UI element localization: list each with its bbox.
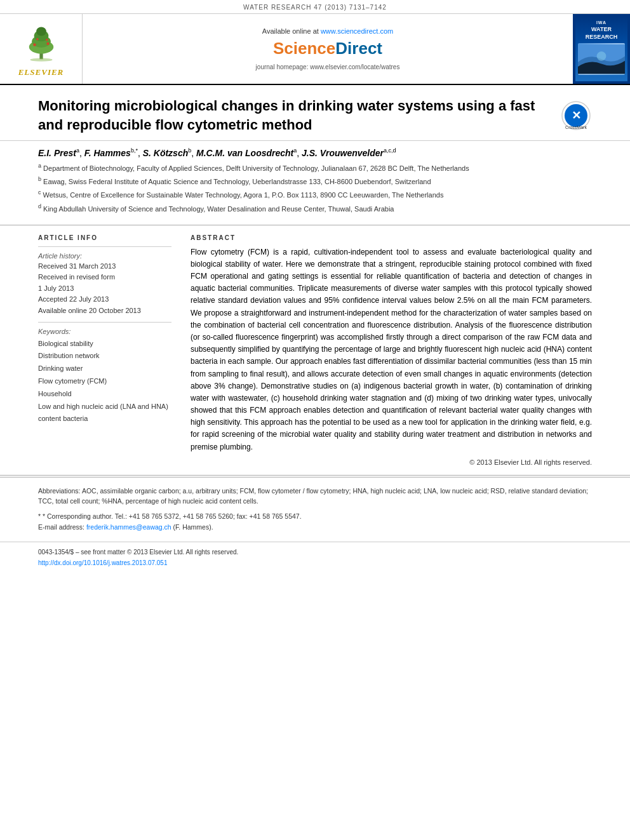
email-line: E-mail address: frederik.hammes@eawag.ch… (38, 522, 592, 533)
authors-section: E.I. Presta, F. Hammesb,*, S. Kötzschb, … (0, 141, 630, 219)
email-label: E-mail address: (38, 523, 84, 531)
keywords-label: Keywords: (38, 328, 171, 335)
svg-text:CrossMark: CrossMark (565, 125, 587, 130)
journal-info-bar: WATER RESEARCH 47 (2013) 7131–7142 (0, 0, 630, 14)
svg-point-4 (36, 27, 46, 36)
svg-point-9 (30, 58, 52, 62)
cover-inner: IWA WATER RESEARCH (575, 17, 627, 81)
water-research-cover: IWA WATER RESEARCH (573, 14, 630, 84)
author-vanloosdrecht: M.C.M. van Loosdrecht (196, 148, 293, 158)
sciencedirect-url[interactable]: www.sciencedirect.com (321, 27, 393, 35)
svg-point-5 (33, 43, 36, 46)
article-info-heading: ARTICLE INFO (38, 234, 171, 241)
corresponding-star: * (38, 512, 43, 520)
article-info-column: ARTICLE INFO Article history: Received 3… (38, 234, 171, 466)
affiliation-c: c Wetsus, Centre of Excellence for Susta… (38, 189, 592, 200)
doi-link[interactable]: http://dx.doi.org/10.1016/j.watres.2013.… (38, 559, 167, 566)
svg-point-11 (597, 51, 607, 61)
abstract-heading: ABSTRACT (191, 234, 592, 241)
email-link[interactable]: frederik.hammes@eawag.ch (86, 523, 171, 531)
keyword-5: Household (38, 388, 171, 401)
copyright-text: © 2013 Elsevier Ltd. All rights reserved… (191, 458, 592, 466)
abstract-text: Flow cytometry (FCM) is a rapid, cultiva… (191, 246, 592, 453)
direct-text: Direct (335, 39, 382, 58)
issn-text: 0043-1354/$ – see front matter © 2013 El… (38, 547, 592, 557)
date-available: Available online 20 October 2013 (38, 305, 171, 317)
keyword-4: Flow cytometry (FCM) (38, 375, 171, 388)
sciencedirect-brand: ScienceDirect (273, 39, 382, 58)
journal-info-text: WATER RESEARCH 47 (2013) 7131–7142 (243, 4, 387, 11)
elsevier-tree-icon (16, 20, 67, 65)
date-revised-label: Received in revised form (38, 272, 171, 283)
center-header: Available online at www.sciencedirect.co… (83, 14, 573, 84)
svg-point-6 (46, 43, 49, 45)
page: WATER RESEARCH 47 (2013) 7131–7142 (0, 0, 630, 840)
email-suffix: (F. Hammes). (173, 523, 213, 531)
author-prest: E.I. Prest (38, 148, 76, 158)
keyword-1: Biological stability (38, 338, 171, 350)
keyword-6: Low and high nucleic acid (LNA and HNA) … (38, 401, 171, 426)
water-research-title: WATER RESEARCH (586, 26, 618, 41)
iwa-label: IWA (596, 20, 607, 25)
author-kotzsch: S. Kötzsch (143, 148, 189, 158)
affiliation-a: a Department of Biotechnology, Faculty o… (38, 162, 592, 173)
author-vrouwenvelder: J.S. Vrouwenvelder (302, 148, 384, 158)
keywords-list: Biological stability Distribution networ… (38, 338, 171, 426)
keyword-3: Drinking water (38, 363, 171, 375)
two-column-section: ARTICLE INFO Article history: Received 3… (0, 225, 630, 476)
article-header: Monitoring microbiological changes in dr… (0, 85, 630, 141)
journal-header: ELSEVIER Available online at www.science… (0, 14, 630, 85)
corresponding-label: * Corresponding author. (43, 512, 113, 520)
corresponding-contact: Tel.: +41 58 765 5372, +41 58 765 5260; … (115, 512, 302, 520)
article-dates: Received 31 March 2013 Received in revis… (38, 261, 171, 317)
journal-homepage: journal homepage: www.elsevier.com/locat… (256, 63, 400, 70)
date-revised: 1 July 2013 (38, 283, 171, 295)
abstract-column: ABSTRACT Flow cytometry (FCM) is a rapid… (191, 234, 592, 466)
cover-image (578, 43, 625, 75)
elsevier-logo-area: ELSEVIER (0, 14, 83, 84)
date-received: Received 31 March 2013 (38, 261, 171, 272)
keyword-2: Distribution network (38, 350, 171, 363)
elsevier-label: ELSEVIER (18, 67, 64, 77)
affiliation-d: d King Abdullah University of Science an… (38, 203, 592, 214)
science-text: Science (273, 39, 335, 58)
article-history-label: Article history: (38, 252, 171, 260)
divider-2 (38, 322, 171, 323)
svg-text:✕: ✕ (572, 109, 581, 122)
author-hammes: F. Hammes (84, 148, 131, 158)
svg-point-7 (36, 38, 39, 41)
authors-line: E.I. Presta, F. Hammesb,*, S. Kötzschb, … (38, 147, 592, 158)
footer-notes: Abbreviations: AOC, assimilable organic … (0, 477, 630, 539)
affiliation-b: b Eawag, Swiss Federal Institute of Aqua… (38, 175, 592, 187)
corresponding-author-note: * * Corresponding author. Tel.: +41 58 7… (38, 511, 592, 522)
article-title: Monitoring microbiological changes in dr… (38, 97, 560, 134)
crossmark-icon: ✕ CrossMark (560, 100, 592, 131)
footer-bottom: 0043-1354/$ – see front matter © 2013 El… (0, 542, 630, 574)
date-accepted: Accepted 22 July 2013 (38, 294, 171, 305)
divider-1 (38, 246, 171, 247)
abbreviations-text: Abbreviations: AOC, assimilable organic … (38, 486, 592, 507)
available-text: Available online at www.sciencedirect.co… (262, 27, 393, 35)
affiliations: a Department of Biotechnology, Faculty o… (38, 162, 592, 214)
svg-point-8 (46, 39, 48, 41)
